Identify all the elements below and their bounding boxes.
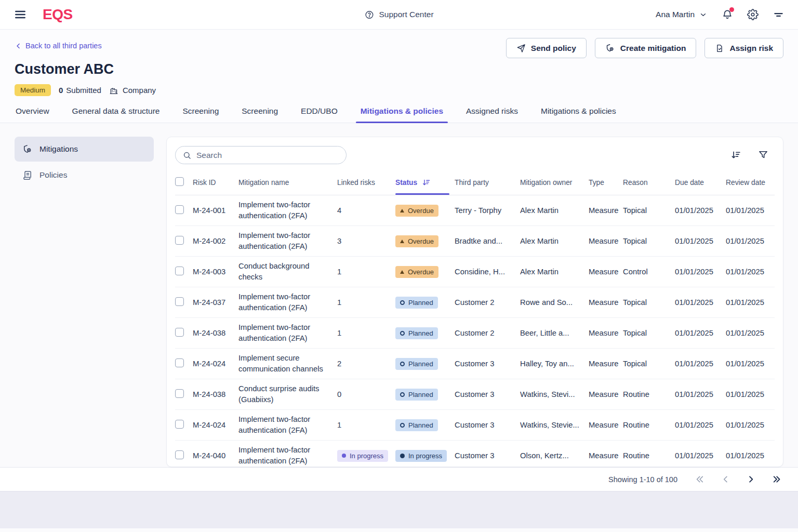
type-cell: Measure — [589, 360, 619, 368]
row-checkbox[interactable] — [175, 420, 184, 429]
third-party-cell: Customer 2 — [455, 298, 516, 307]
tab-assigned-risks[interactable]: Assigned risks — [465, 101, 519, 123]
table-row[interactable]: M-24-037 Implement two-factor authentica… — [175, 287, 775, 318]
user-menu[interactable]: Ana Martin — [656, 10, 708, 19]
scroll-icon — [22, 170, 33, 180]
notifications-bell-icon[interactable] — [722, 9, 733, 20]
col-review-date[interactable]: Review date — [726, 172, 770, 194]
table-row[interactable]: M-24-024 Implement secure communication … — [175, 349, 775, 379]
mitigation-name-cell: Implement two-factor authentication (2FA… — [238, 200, 333, 222]
mitigation-owner-cell: Alex Martin — [520, 268, 584, 276]
select-all-checkbox[interactable] — [175, 177, 184, 186]
reason-cell: Topical — [623, 206, 671, 215]
tab-edd-ubo[interactable]: EDD/UBO — [300, 101, 339, 123]
col-mitigation-owner[interactable]: Mitigation owner — [520, 172, 584, 194]
ring-icon — [400, 362, 405, 366]
status-badge-overdue: Overdue — [395, 235, 438, 247]
tab-screening-2[interactable]: Screening — [241, 101, 279, 123]
ring-icon — [400, 331, 405, 336]
tab-screening-1[interactable]: Screening — [181, 101, 220, 123]
table-row[interactable]: M-24-003 Conduct background checks 1 Ove… — [175, 257, 775, 287]
row-checkbox[interactable] — [175, 389, 184, 398]
table-row[interactable]: M-24-024 Implement two-factor authentica… — [175, 410, 775, 441]
review-date-cell: 01/01/2025 — [726, 298, 770, 307]
table-row[interactable]: M-24-038 Conduct surprise audits (Guabii… — [175, 379, 775, 410]
sort-desc-icon — [422, 178, 431, 187]
third-party-cell: Customer 3 — [455, 451, 516, 460]
mitigation-owner-cell: Watkins, Stevi... — [520, 390, 584, 398]
previous-page-icon[interactable] — [721, 474, 730, 484]
last-page-icon[interactable] — [772, 474, 781, 484]
search-input[interactable] — [196, 151, 339, 160]
row-checkbox[interactable] — [175, 328, 184, 337]
mitigation-owner-cell: Halley, Toy an... — [520, 360, 584, 368]
sidebar-item-policies[interactable]: Policies — [15, 163, 154, 188]
main-content: Mitigations Policies Risk ID M — [0, 123, 798, 467]
due-date-cell: 01/01/2025 — [675, 451, 722, 460]
due-date-cell: 01/01/2025 — [675, 329, 722, 337]
table-row[interactable]: M-24-040 Implement two-factor authentica… — [175, 441, 775, 467]
risk-id-cell: M-24-038 — [193, 390, 234, 398]
col-type[interactable]: Type — [589, 172, 619, 194]
row-checkbox[interactable] — [175, 205, 184, 214]
col-linked-risks[interactable]: Linked risks — [337, 172, 391, 194]
table-row[interactable]: M-24-038 Implement two-factor authentica… — [175, 318, 775, 349]
create-mitigation-button[interactable]: Create mitigation — [595, 38, 697, 58]
tab-overview[interactable]: Overview — [15, 101, 50, 123]
reason-cell: Control — [623, 268, 671, 276]
building-icon — [109, 86, 118, 95]
assign-risk-button[interactable]: Assign risk — [704, 38, 783, 58]
row-checkbox[interactable] — [175, 450, 184, 459]
first-page-icon[interactable] — [695, 474, 705, 484]
next-page-icon[interactable] — [746, 474, 756, 484]
review-date-cell: 01/01/2025 — [726, 360, 770, 368]
settings-gear-icon[interactable] — [747, 9, 759, 20]
mitigation-name-cell: Conduct surprise audits (Guabiixs) — [238, 383, 333, 406]
filter-funnel-icon[interactable] — [758, 150, 768, 160]
help-circle-icon — [364, 10, 374, 20]
back-link[interactable]: Back to all third parties — [15, 42, 102, 50]
table-row[interactable]: M-24-001 Implement two-factor authentica… — [175, 195, 775, 226]
sidebar-item-label: Mitigations — [39, 144, 78, 154]
col-due-date[interactable]: Due date — [675, 172, 722, 194]
type-cell: Measure — [589, 329, 619, 337]
review-date-cell: 01/01/2025 — [726, 421, 770, 429]
tab-mitigations-policies[interactable]: Mitigations & policies — [360, 101, 444, 123]
mitigation-shield-icon — [605, 43, 615, 53]
review-date-cell: 01/01/2025 — [726, 206, 770, 215]
entity-type: Company — [109, 86, 156, 95]
filter-lines-icon[interactable] — [773, 9, 784, 21]
reason-cell: Routine — [623, 451, 671, 460]
reason-cell: Topical — [623, 298, 671, 307]
eqs-logo[interactable]: EQS — [43, 6, 73, 23]
due-date-cell: 01/01/2025 — [675, 298, 722, 307]
row-checkbox[interactable] — [175, 236, 184, 245]
mitigations-card: Risk ID Mitigation name Linked risks Sta… — [166, 137, 783, 467]
due-date-cell: 01/01/2025 — [675, 360, 722, 368]
row-checkbox[interactable] — [175, 267, 184, 275]
col-status-sorted[interactable]: Status — [395, 171, 450, 194]
third-party-cell: Customer 3 — [455, 360, 516, 368]
type-cell: Measure — [589, 268, 619, 276]
page-background-filler — [0, 491, 798, 528]
tab-general-data[interactable]: General data & structure — [71, 101, 161, 123]
support-center-link[interactable]: Support Center — [364, 10, 433, 20]
hamburger-menu-icon[interactable] — [14, 8, 27, 21]
search-box[interactable] — [175, 146, 347, 164]
send-policy-button[interactable]: Send policy — [506, 38, 587, 58]
col-reason[interactable]: Reason — [623, 172, 671, 194]
sidebar-item-mitigations[interactable]: Mitigations — [15, 137, 154, 162]
row-checkbox[interactable] — [175, 358, 184, 367]
warning-triangle-icon — [400, 240, 404, 243]
row-checkbox[interactable] — [175, 297, 184, 306]
table-row[interactable]: M-24-002 Implement two-factor authentica… — [175, 226, 775, 257]
risk-id-cell: M-24-001 — [193, 206, 234, 215]
risk-id-cell: M-24-024 — [193, 360, 234, 368]
third-party-cell: Terry - Torphy — [455, 206, 516, 215]
col-risk-id[interactable]: Risk ID — [193, 172, 234, 194]
col-third-party[interactable]: Third party — [455, 172, 516, 194]
tab-mitigations-policies-2[interactable]: Mitigations & policies — [540, 101, 617, 123]
chevron-left-icon — [15, 42, 22, 50]
col-mitigation-name[interactable]: Mitigation name — [238, 172, 333, 194]
sort-icon[interactable] — [730, 150, 741, 161]
